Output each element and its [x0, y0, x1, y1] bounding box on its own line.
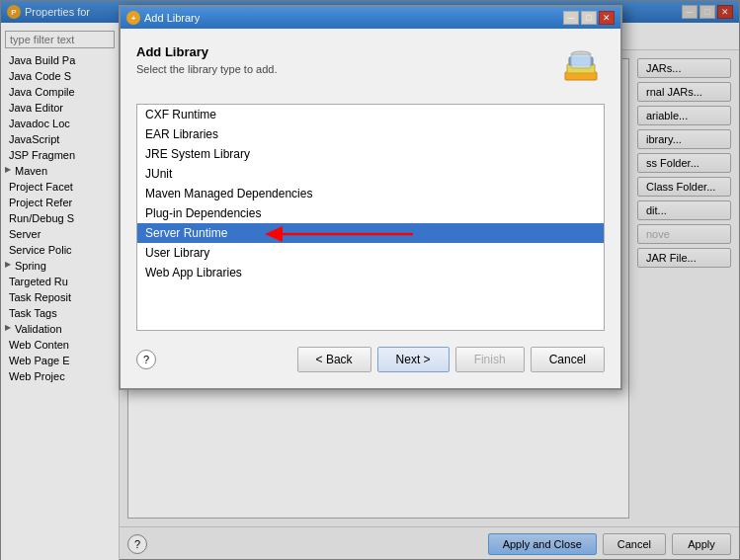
lib-item-jre[interactable]: JRE System Library — [137, 144, 604, 164]
dialog-header: Add Library Select the library type to a… — [136, 44, 605, 92]
dialog-close-button[interactable]: ✕ — [599, 11, 615, 25]
dialog-minimize-button[interactable]: ─ — [563, 11, 579, 25]
dialog-body: Add Library Select the library type to a… — [121, 29, 620, 388]
dialog-icon: + — [126, 11, 140, 25]
dialog-titlebar: + Add Library ─ □ ✕ — [121, 7, 620, 29]
dialog-subtitle: Select the library type to add. — [136, 63, 277, 75]
lib-item-junit[interactable]: JUnit — [137, 164, 604, 184]
svg-rect-4 — [571, 54, 591, 68]
dialog-cancel-button[interactable]: Cancel — [531, 347, 605, 372]
library-icon — [557, 44, 605, 92]
add-library-dialog: + Add Library ─ □ ✕ Add Library Select t… — [119, 5, 622, 390]
dialog-overlay: + Add Library ─ □ ✕ Add Library Select t… — [0, 0, 740, 560]
lib-item-maven[interactable]: Maven Managed Dependencies — [137, 184, 604, 203]
back-button[interactable]: < Back — [297, 347, 371, 372]
lib-item-plugin[interactable]: Plug-in Dependencies — [137, 203, 604, 223]
dialog-header-text: Add Library Select the library type to a… — [136, 44, 277, 75]
lib-item-server-runtime[interactable]: Server Runtime — [137, 223, 604, 243]
lib-item-webapp[interactable]: Web App Libraries — [137, 263, 604, 282]
finish-button: Finish — [455, 347, 525, 372]
lib-item-ear[interactable]: EAR Libraries — [137, 124, 604, 144]
dialog-heading: Add Library — [136, 44, 277, 59]
dialog-title: Add Library — [144, 12, 200, 24]
dialog-win-controls: ─ □ ✕ — [563, 11, 615, 25]
dialog-maximize-button[interactable]: □ — [581, 11, 597, 25]
dialog-footer: ? < Back Next > Finish Cancel — [136, 343, 605, 372]
lib-item-user[interactable]: User Library — [137, 243, 604, 263]
lib-item-cxf[interactable]: CXF Runtime — [137, 105, 604, 124]
library-list[interactable]: CXF Runtime EAR Libraries JRE System Lib… — [136, 104, 605, 331]
next-button[interactable]: Next > — [377, 347, 450, 372]
dialog-help-icon[interactable]: ? — [136, 350, 156, 369]
dialog-title-left: + Add Library — [126, 11, 200, 25]
